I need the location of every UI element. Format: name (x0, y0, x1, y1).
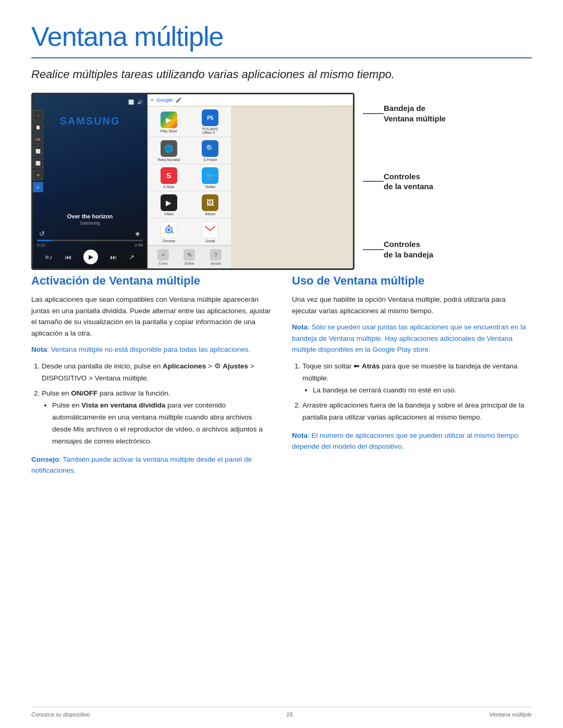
snote-label: S Note (163, 185, 174, 189)
twitter-icon: 🐦 (202, 167, 218, 184)
left-step-2: Pulse en ON/OFF para activar la función.… (42, 388, 271, 448)
samsung-logo: SAMSUNG (37, 115, 143, 127)
nota-text-r1: : Sólo se pueden usar juntas las aplicac… (292, 323, 526, 353)
time-row: 0:12 2:58 (37, 243, 143, 248)
section-title-right: Uso de Ventana múltiple (292, 274, 532, 288)
left-step-1: Desde una pantalla de inicio, pulse en A… (42, 361, 271, 385)
progress-fill (37, 240, 53, 241)
tray-editar-button[interactable]: ✎ Editar (183, 249, 195, 265)
sidebar-toggle-5[interactable]: ⬜ (33, 158, 43, 168)
app-reloj[interactable]: 🌐 Reloj Mundial (148, 137, 190, 164)
rstep1-prefix: Toque sin soltar (302, 362, 353, 370)
screen-icon: ⬜ (128, 100, 134, 105)
left-para1: Las aplicaciones que sean compatibles co… (31, 294, 271, 339)
google-search-bar[interactable]: ≡ Google 🎤 (148, 94, 353, 106)
right-nota1: Nota: Sólo se pueden usar juntas las apl… (292, 322, 532, 355)
left-bullet-1: Pulse en Vista en ventana dividida para … (52, 400, 271, 448)
sidebar-toggle-4[interactable]: ⬜ (33, 146, 43, 156)
music-artist: Samsung (37, 220, 143, 226)
callout-controles-bandeja: Controlesde la bandeja (363, 239, 446, 260)
svg-line-3 (172, 231, 174, 233)
blue-divider (31, 57, 532, 58)
svg-line-4 (164, 231, 166, 233)
bullet1-bold: Vista en ventana dividida (81, 401, 165, 409)
prev-icon[interactable]: ⏮ (65, 253, 71, 261)
footer-page-number: 16 (286, 711, 292, 718)
app-snote[interactable]: S S Note (148, 164, 190, 191)
crear-label: Crear (158, 262, 168, 265)
nota-bold-r1: Nota (292, 323, 308, 331)
tray-row-1: ▶ Play Store P5 POLARISOffice 5 (148, 106, 231, 137)
app-twitter[interactable]: 🐦 Twitter (190, 164, 231, 191)
app-gmail[interactable]: Gmail (190, 218, 231, 245)
tray-crear-button[interactable]: + Crear (157, 249, 169, 265)
nota-bold-r2: Nota (292, 431, 308, 439)
star-icon[interactable]: ★ (134, 230, 141, 238)
left-nota: Nota: Ventana múltiple no está disponibl… (31, 344, 271, 355)
sidebar-toggle-6[interactable]: ✕ (33, 170, 43, 180)
album-label: Álbum (205, 212, 215, 216)
right-bullets: La bandeja se cerrará cuando no esté en … (302, 385, 532, 397)
tray-row-4: ▶ Video 🖼 Álbum (148, 191, 231, 218)
tray-ayuda-button[interactable]: ? Ayuda (210, 249, 222, 265)
app-playstore[interactable]: ▶ Play Store (148, 106, 190, 137)
app-sfinder[interactable]: 🔍 S Finder (190, 137, 231, 164)
step2-suffix: para activar la función. (97, 389, 170, 397)
callout-line-bandeja (363, 113, 384, 114)
app-album[interactable]: 🖼 Álbum (190, 191, 231, 218)
rstep1-bold: Atrás (362, 362, 380, 370)
album-icon: 🖼 (202, 194, 218, 211)
right-steps: Toque sin soltar ⬅ Atrás para que se mue… (292, 361, 532, 424)
polaris-label: POLARISOffice 5 (202, 127, 218, 134)
sidebar-toggle-2[interactable]: 📋 (33, 122, 43, 132)
step1-apps: Aplicaciones (163, 362, 206, 370)
next-icon[interactable]: ⏭ (110, 253, 117, 261)
footer-right: Ventana múltiple (489, 711, 532, 718)
step1-ajustes: Ajustes (223, 362, 248, 370)
play-button[interactable]: ▶ (83, 250, 98, 264)
device-screen: ⬜ 🔊 ↕ 📋 clk ⬜ ⬜ ✕ A SAMSUNG Over the hor… (31, 93, 354, 270)
nota-bold-1: Nota (31, 346, 47, 353)
app-tray: ▶ Play Store P5 POLARISOffice 5 🌐 Reloj … (148, 106, 231, 268)
music-title: Over the horizon (37, 213, 143, 219)
right-column: Uso de Ventana múltiple Una vez que habi… (292, 274, 532, 476)
sidebar-toggle-7[interactable]: A (33, 182, 43, 192)
right-nota2: Nota: El número de aplicaciones que se p… (292, 430, 532, 452)
nota-text-r2: : El número de aplicaciones que se puede… (292, 431, 518, 451)
reloj-icon: 🌐 (161, 140, 177, 157)
sidebar-toggle-1[interactable]: ↕ (33, 110, 43, 120)
section-title-left: Activación de Ventana múltiple (31, 274, 271, 288)
callout-line-controles-bandeja (363, 249, 384, 250)
playlist-icon[interactable]: ≡♪ (45, 253, 53, 261)
callout-controles-bandeja-label: Controlesde la bandeja (384, 239, 433, 260)
tray-row-3: S S Note 🐦 Twitter (148, 164, 231, 191)
consejo-text: : También puede activar la ventana múlti… (31, 455, 252, 475)
left-bullets: Pulse en Vista en ventana dividida para … (42, 400, 271, 448)
consejo-bold: Consejo (31, 455, 59, 463)
video-label: Video (164, 212, 174, 216)
playback-controls: ≡♪ ⏮ ▶ ⏭ ↗ (37, 250, 143, 264)
step2-on: ON/OFF (71, 389, 97, 397)
app-polaris[interactable]: P5 POLARISOffice 5 (190, 106, 231, 137)
hamburger-icon: ≡ (151, 97, 153, 103)
right-panel: ≡ Google 🎤 Tulsa OKLAHOMA Dallas Fort (148, 94, 353, 268)
shuffle-icon[interactable]: ↺ (39, 230, 45, 238)
footer: Conozca su dispositivo 16 Ventana múltip… (31, 707, 532, 718)
sidebar-toggle-3[interactable]: clk (33, 134, 43, 144)
editar-label: Editar (185, 262, 194, 265)
page-title: Ventana múltiple (31, 21, 532, 52)
step1-prefix: Desde una pantalla de inicio, pulse en (42, 362, 163, 370)
music-like-row: ↺ ★ (37, 230, 143, 238)
snote-icon: S (161, 167, 177, 184)
svg-point-1 (167, 228, 170, 231)
video-icon: ▶ (161, 194, 177, 211)
step1-mid: > (206, 362, 214, 370)
gmail-label: Gmail (205, 239, 215, 243)
app-chrome[interactable]: Chrome (148, 218, 190, 245)
tray-bottom: + Crear ✎ Editar ? Ayuda (148, 245, 231, 268)
app-video[interactable]: ▶ Video (148, 191, 190, 218)
share-icon[interactable]: ↗ (129, 253, 134, 261)
music-panel: ⬜ 🔊 ↕ 📋 clk ⬜ ⬜ ✕ A SAMSUNG Over the hor… (33, 94, 148, 268)
google-logo: Google (156, 97, 173, 103)
nota-text-1: : Ventana múltiple no está disponible pa… (47, 346, 250, 353)
